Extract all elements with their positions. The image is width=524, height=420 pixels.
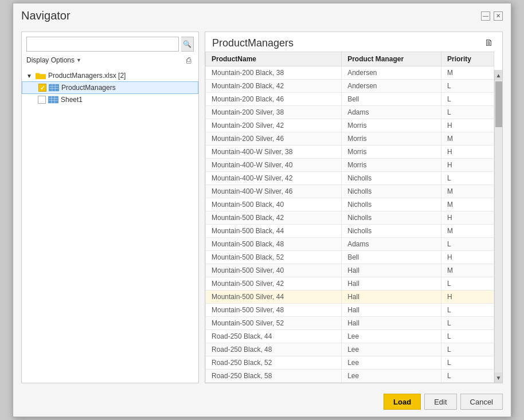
- load-button[interactable]: Load: [384, 394, 421, 410]
- table-cell: Mountain-500 Black, 48: [206, 238, 342, 251]
- display-options-button[interactable]: Display Options ▼: [26, 56, 81, 64]
- table-cell: Nicholls: [342, 185, 441, 198]
- table-row[interactable]: Mountain-200 Silver, 42MorrisH: [206, 119, 494, 132]
- svg-rect-1: [36, 73, 40, 76]
- table-row[interactable]: Road-250 Black, 58LeeL: [206, 370, 494, 383]
- table-row[interactable]: Mountain-200 Black, 42AndersenL: [206, 80, 494, 93]
- scroll-track: [495, 80, 503, 372]
- table-cell: H: [441, 211, 494, 225]
- table-cell: Bell: [342, 251, 441, 264]
- table-cell: Hall: [342, 264, 441, 277]
- table-cell: M: [441, 198, 494, 211]
- minimize-button[interactable]: —: [481, 11, 490, 21]
- table-cell: Nicholls: [342, 198, 441, 211]
- display-options-row: Display Options ▼ ⎙: [22, 54, 198, 69]
- table-cell: Mountain-400-W Silver, 42: [206, 172, 342, 185]
- svg-rect-2: [49, 84, 59, 92]
- table-row[interactable]: Road-250 Black, 44LeeL: [206, 330, 494, 343]
- scroll-down-button[interactable]: ▼: [495, 372, 503, 383]
- search-input[interactable]: [26, 37, 179, 52]
- table-cell: L: [441, 317, 494, 330]
- svg-rect-6: [55, 84, 56, 92]
- table-row[interactable]: Mountain-400-W Silver, 40MorrisH: [206, 159, 494, 172]
- search-icon[interactable]: 🔍: [181, 37, 194, 52]
- edit-button[interactable]: Edit: [424, 394, 456, 410]
- table-cell: Nicholls: [342, 172, 441, 185]
- table-row[interactable]: Mountain-400-W Silver, 42NichollsL: [206, 172, 494, 185]
- right-panel: ProductManagers 🗎 ProductName Product Ma…: [205, 32, 503, 383]
- table-cell: Nicholls: [342, 225, 441, 238]
- table-cell: L: [441, 304, 494, 317]
- sheet1-label: Sheet1: [61, 96, 83, 104]
- table-row[interactable]: Mountain-200 Silver, 46MorrisM: [206, 132, 494, 146]
- table-cell: Road-250 Black, 44: [206, 330, 342, 343]
- table-row[interactable]: Mountain-500 Silver, 48HallL: [206, 304, 494, 317]
- title-bar: Navigator — ✕: [13, 3, 511, 26]
- table-cell: Mountain-500 Black, 42: [206, 211, 342, 225]
- checkbox-productmanagers[interactable]: [38, 84, 46, 92]
- table-row[interactable]: Mountain-200 Black, 38AndersenM: [206, 66, 494, 80]
- table-cell: Hall: [342, 291, 441, 304]
- footer: Load Edit Cancel: [13, 389, 511, 417]
- svg-rect-9: [49, 100, 58, 101]
- data-table: ProductName Product Manager Priority Mou…: [205, 52, 494, 383]
- table-row[interactable]: Mountain-500 Black, 48AdamsL: [206, 238, 494, 251]
- tree-item-sheet1[interactable]: Sheet1: [22, 94, 198, 105]
- scroll-thumb[interactable]: [495, 81, 502, 127]
- close-button[interactable]: ✕: [494, 11, 503, 21]
- table-row[interactable]: Mountain-500 Silver, 52HallL: [206, 317, 494, 330]
- table-cell: Hall: [342, 277, 441, 291]
- table-cell: Andersen: [342, 80, 441, 93]
- table-row[interactable]: Mountain-500 Black, 40NichollsM: [206, 198, 494, 211]
- table-cell: H: [441, 251, 494, 264]
- table-row[interactable]: Road-250 Black, 52LeeL: [206, 356, 494, 370]
- table-cell: H: [441, 291, 494, 304]
- table-cell: Lee: [342, 343, 441, 356]
- cancel-button[interactable]: Cancel: [460, 394, 503, 410]
- table-row[interactable]: Mountain-500 Silver, 42HallL: [206, 277, 494, 291]
- search-row: 🔍: [22, 32, 198, 54]
- table-cell: M: [441, 66, 494, 80]
- checkbox-sheet1[interactable]: [38, 96, 46, 104]
- table-cell: Nicholls: [342, 211, 441, 225]
- table-cell: Mountain-500 Silver, 52: [206, 317, 342, 330]
- table-row[interactable]: Mountain-200 Black, 46BellL: [206, 93, 494, 106]
- table-cell: Lee: [342, 356, 441, 370]
- table-row[interactable]: Road-250 Black, 48LeeL: [206, 343, 494, 356]
- table-row[interactable]: Mountain-500 Silver, 44HallH: [206, 291, 494, 304]
- svg-rect-10: [51, 96, 52, 104]
- table-cell: Mountain-400-W Silver, 46: [206, 185, 342, 198]
- tree-file-node[interactable]: ▼ ProductManagers.xlsx [2]: [22, 70, 198, 81]
- table-cell: L: [441, 277, 494, 291]
- table-cell: Morris: [342, 159, 441, 172]
- sheet-icon: [48, 96, 58, 104]
- table-header-row: ProductName Product Manager Priority: [206, 52, 494, 66]
- display-options-label: Display Options: [26, 56, 75, 64]
- table-cell: L: [441, 172, 494, 185]
- table-cell: Lee: [342, 370, 441, 383]
- table-row[interactable]: Mountain-500 Black, 52BellH: [206, 251, 494, 264]
- expand-icon: ▼: [26, 73, 33, 79]
- table-row[interactable]: Mountain-500 Black, 42NichollsH: [206, 211, 494, 225]
- table-cell: Mountain-500 Black, 52: [206, 251, 342, 264]
- table-cell: Mountain-500 Silver, 42: [206, 277, 342, 291]
- table-cell: M: [441, 132, 494, 146]
- table-row[interactable]: Mountain-400-W Silver, 38MorrisH: [206, 146, 494, 159]
- table-cell: L: [441, 356, 494, 370]
- scroll-up-button[interactable]: ▲: [495, 70, 503, 80]
- svg-rect-8: [49, 98, 58, 99]
- table-row[interactable]: Mountain-500 Black, 44NichollsM: [206, 225, 494, 238]
- table-cell: Adams: [342, 238, 441, 251]
- table-row[interactable]: Mountain-500 Silver, 40HallM: [206, 264, 494, 277]
- window-controls: — ✕: [481, 11, 503, 21]
- table-cell: L: [441, 330, 494, 343]
- tree-item-productmanagers[interactable]: ProductManagers: [22, 81, 198, 94]
- table-cell: Mountain-500 Black, 40: [206, 198, 342, 211]
- file-node-label: ProductManagers.xlsx [2]: [48, 72, 126, 80]
- table-cell: Mountain-500 Silver, 40: [206, 264, 342, 277]
- col-productname: ProductName: [206, 52, 342, 66]
- refresh-icon[interactable]: ⎙: [183, 55, 194, 65]
- table-row[interactable]: Mountain-400-W Silver, 46NichollsM: [206, 185, 494, 198]
- web-view-icon[interactable]: 🗎: [483, 37, 495, 49]
- table-row[interactable]: Mountain-200 Silver, 38AdamsL: [206, 106, 494, 119]
